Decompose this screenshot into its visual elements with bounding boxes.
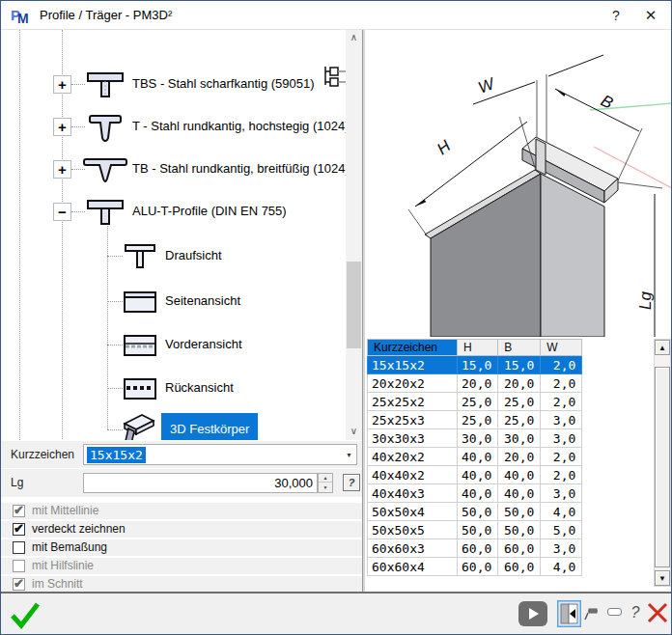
tree-item-rueckansicht[interactable]: Rückansicht bbox=[165, 378, 234, 398]
lg-value[interactable]: 30,000 bbox=[274, 474, 313, 492]
lg-help-button[interactable]: ? bbox=[343, 474, 360, 491]
minimize-icon[interactable] bbox=[607, 608, 622, 616]
checkbox-mit-mittellinie[interactable]: mit Mittellinie bbox=[1, 503, 362, 519]
kurzzeichen-value[interactable]: 15x15x2 bbox=[87, 447, 146, 463]
table-row[interactable]: 60x60x460,060,04,0 bbox=[368, 558, 582, 576]
checkbox-icon[interactable] bbox=[13, 560, 25, 572]
table-row[interactable]: 40x20x240,020,02,0 bbox=[368, 448, 582, 466]
front-view-icon bbox=[123, 332, 157, 359]
confirm-check-icon[interactable] bbox=[9, 599, 42, 632]
checkbox-icon[interactable] bbox=[13, 578, 25, 591]
dropdown-arrow-icon[interactable]: ▼ bbox=[346, 452, 352, 458]
play-video-icon[interactable] bbox=[518, 601, 547, 626]
help-icon[interactable]: ? bbox=[629, 601, 642, 624]
preview-3d-viewport[interactable]: W B H Lg bbox=[365, 30, 672, 337]
titlebar-help-button[interactable]: ? bbox=[600, 1, 632, 30]
left-panel: + TBS - Stahl scharfkantig (59051) + T -… bbox=[1, 30, 362, 592]
tree-expander[interactable]: + bbox=[53, 118, 71, 136]
table-row[interactable]: 20x20x220,020,02,0 bbox=[368, 374, 582, 393]
kurzzeichen-row: Kurzzeichen 15x15x2 ▼ bbox=[1, 440, 362, 468]
tree-connector bbox=[107, 223, 108, 429]
header-kurzzeichen[interactable]: Kurzzeichen bbox=[368, 340, 458, 356]
tree-expander[interactable]: − bbox=[53, 203, 71, 221]
tree-item-draufsicht[interactable]: Draufsicht bbox=[165, 246, 222, 265]
tree-item-seitenansicht[interactable]: Seitenansicht bbox=[165, 291, 240, 311]
window-title: Profile / Träger - PM3D² bbox=[40, 1, 172, 30]
checkbox-mit-hilfslinie[interactable]: mit Hilfslinie bbox=[1, 558, 362, 574]
checkbox-verdeckt-zeichnen[interactable]: verdeckt zeichnen bbox=[1, 521, 362, 538]
tree-item-t[interactable]: T - Stahl rundkantig, hochstegig (1024) bbox=[132, 117, 350, 136]
table-row[interactable]: 50x50x450,050,04,0 bbox=[368, 503, 582, 521]
titlebar-close-button[interactable]: ✕ bbox=[634, 1, 667, 30]
app-logo-icon: P M bbox=[11, 6, 32, 25]
table-row[interactable]: 30x30x330,030,03,0 bbox=[368, 429, 582, 448]
solid-3d-icon bbox=[115, 412, 157, 440]
tree-connector bbox=[19, 30, 20, 440]
checkbox-icon[interactable] bbox=[13, 523, 25, 536]
preview-drawing: W B H Lg bbox=[365, 30, 672, 337]
tree-item-tb[interactable]: TB - Stahl rundkantig, breitfüßig (1024) bbox=[132, 159, 350, 179]
checkbox-label: verdeckt zeichnen bbox=[32, 521, 126, 538]
side-view-icon bbox=[123, 289, 157, 316]
bottom-toolbar: ? bbox=[1, 592, 672, 635]
scroll-up-icon[interactable]: ▲ bbox=[655, 340, 670, 355]
table-row[interactable]: 40x40x240,040,02,0 bbox=[368, 466, 582, 484]
table-row[interactable]: 25x25x225,025,02,0 bbox=[368, 393, 582, 411]
spinner-down-icon[interactable]: ▼ bbox=[319, 483, 332, 492]
kurzzeichen-label: Kurzzeichen bbox=[11, 441, 74, 468]
tree-item-rueckansicht-label[interactable]: Vorderansicht bbox=[165, 335, 242, 354]
scroll-down-icon[interactable]: ∨ bbox=[346, 424, 362, 440]
tree-structure-icon[interactable] bbox=[322, 65, 347, 92]
table-row[interactable]: 15x15x215,015,02,0 bbox=[368, 356, 582, 374]
table-row[interactable]: 50x50x550,050,05,0 bbox=[368, 521, 582, 539]
titlebar: P M Profile / Träger - PM3D² ? ✕ bbox=[1, 1, 671, 30]
profile-tree: + TBS - Stahl scharfkantig (59051) + T -… bbox=[1, 30, 362, 440]
spinner-up-icon[interactable]: ▲ bbox=[319, 474, 332, 483]
checkbox-icon[interactable] bbox=[13, 505, 25, 517]
tree-item-3d-festkoerper[interactable]: 3D Festkörper bbox=[161, 413, 258, 440]
lg-input[interactable]: 30,000 bbox=[83, 473, 318, 493]
lg-row: Lg 30,000 ▲ ▼ ? bbox=[1, 468, 362, 497]
checkbox-mit-bemassung[interactable]: mit Bemaßung bbox=[1, 539, 362, 556]
checkbox-im-schnitt[interactable]: im Schnitt bbox=[1, 576, 362, 593]
pin-icon[interactable] bbox=[584, 604, 602, 621]
tree-connector bbox=[71, 84, 85, 85]
tree-connector bbox=[107, 301, 123, 302]
right-panel: W B H Lg Kurzzeichen H B bbox=[365, 30, 672, 592]
scrollbar-thumb[interactable] bbox=[655, 367, 670, 567]
t-profile-sharp-icon bbox=[84, 69, 126, 99]
scrollbar-thumb[interactable] bbox=[347, 262, 361, 348]
table-row[interactable]: 40x40x340,040,03,0 bbox=[368, 484, 582, 503]
table-row[interactable]: 25x25x325,025,03,0 bbox=[368, 411, 582, 429]
header-w[interactable]: W bbox=[541, 340, 582, 356]
checkbox-label: im Schnitt bbox=[32, 576, 83, 593]
lg-spinner[interactable]: ▲ ▼ bbox=[318, 473, 333, 493]
t-profile-alu-icon bbox=[84, 196, 126, 227]
top-view-icon bbox=[123, 242, 157, 269]
close-red-icon[interactable] bbox=[646, 601, 669, 624]
checkbox-label: mit Mittellinie bbox=[32, 503, 98, 519]
dim-label-w: W bbox=[476, 74, 499, 97]
table-row[interactable]: 60x60x360,060,03,0 bbox=[368, 539, 582, 558]
kurzzeichen-combobox[interactable]: 15x15x2 ▼ bbox=[83, 444, 357, 465]
lg-label: Lg bbox=[11, 469, 23, 496]
tree-expander[interactable]: + bbox=[53, 75, 71, 94]
table-area: Kurzzeichen H B W 15x15x215,015,02,0 20x… bbox=[365, 337, 672, 592]
tree-item-alu[interactable]: ALU-T-Profile (DIN EN 755) bbox=[132, 202, 287, 221]
tree-expander[interactable]: + bbox=[53, 160, 71, 179]
checkbox-label: mit Bemaßung bbox=[32, 539, 107, 556]
t-profile-round-tall-icon bbox=[84, 111, 126, 142]
tree-connector bbox=[71, 126, 85, 127]
scroll-down-icon[interactable]: ▼ bbox=[655, 570, 670, 586]
tree-scrollbar[interactable]: ∧ ∨ bbox=[346, 30, 362, 440]
tree-item-tbs[interactable]: TBS - Stahl scharfkantig (59051) bbox=[132, 74, 315, 94]
table-header-row: Kurzzeichen H B W bbox=[368, 340, 582, 356]
table-scrollbar[interactable]: ▲ ▼ bbox=[654, 339, 671, 587]
header-b[interactable]: B bbox=[498, 340, 541, 356]
checkbox-icon[interactable] bbox=[13, 541, 25, 554]
t-profile-round-wide-icon bbox=[82, 155, 128, 182]
header-h[interactable]: H bbox=[458, 340, 498, 356]
collapse-panel-icon[interactable] bbox=[557, 600, 581, 627]
scroll-up-icon[interactable]: ∧ bbox=[346, 30, 362, 46]
tree-connector bbox=[107, 388, 123, 389]
